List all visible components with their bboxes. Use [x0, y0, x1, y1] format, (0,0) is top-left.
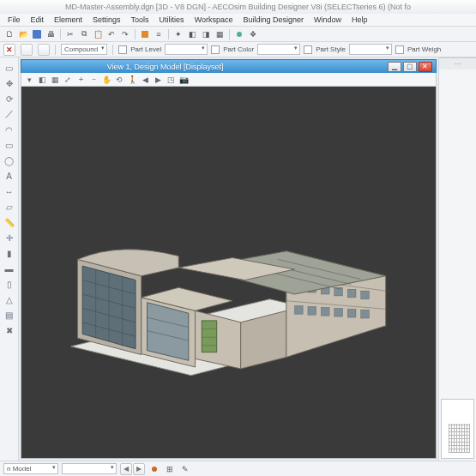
- view-group-combo[interactable]: [62, 463, 117, 474]
- column-tool-icon[interactable]: ▯: [3, 277, 16, 291]
- part-style-check[interactable]: [304, 45, 312, 54]
- mini-viewport-thumbnail[interactable]: [441, 399, 474, 459]
- print-icon[interactable]: 🖶: [45, 28, 57, 40]
- slab-tool-icon[interactable]: ▬: [3, 262, 16, 275]
- separator: [135, 29, 136, 39]
- line-tool-icon[interactable]: ／: [3, 107, 16, 121]
- nav-arrows: ◀ ▶: [120, 463, 145, 475]
- part-style-combo[interactable]: [349, 44, 392, 55]
- menu-utilities[interactable]: Utilities: [155, 15, 189, 25]
- tool-icon[interactable]: ▦: [214, 28, 226, 40]
- menu-settings[interactable]: Settings: [88, 15, 125, 25]
- undo-icon[interactable]: ↶: [105, 28, 117, 40]
- view-window-titlebar[interactable]: View 1, Design Model [Displayset] ▁ ▢ ✕: [21, 59, 437, 73]
- style-icon[interactable]: ≡: [153, 28, 165, 40]
- menu-edit[interactable]: Edit: [27, 15, 49, 25]
- move-tool-icon[interactable]: ✥: [3, 76, 16, 90]
- tool-icon[interactable]: ❖: [247, 28, 259, 40]
- dim-tool-icon[interactable]: ↔: [3, 184, 16, 198]
- redo-icon[interactable]: ↷: [119, 28, 131, 40]
- cut-icon[interactable]: ✂: [64, 28, 76, 40]
- camera-icon[interactable]: 📷: [178, 74, 190, 86]
- open-file-icon[interactable]: 📂: [17, 28, 29, 40]
- next-view-icon[interactable]: ▶: [133, 463, 145, 475]
- delete-tool-icon[interactable]: ✖: [3, 323, 16, 337]
- menu-building-designer[interactable]: Building Designer: [238, 15, 308, 25]
- snap-tool-icon[interactable]: ✛: [3, 231, 16, 244]
- work-area: ▭ ✥ ⟳ ／ ◠ ▭ ◯ A ↔ ▱ 📏 ✛ ▮ ▬ ▯ △ ▤ ✖ View…: [0, 57, 476, 461]
- save-icon[interactable]: [31, 28, 43, 40]
- menu-workspace[interactable]: Workspace: [190, 15, 238, 25]
- tool-icon[interactable]: ◨: [200, 28, 212, 40]
- text-tool-icon[interactable]: A: [3, 169, 16, 183]
- titlebar: MD-Master-Assembly.dgn [3D - V8 DGN] - A…: [0, 0, 476, 14]
- rotate-tool-icon[interactable]: ⟳: [3, 92, 16, 105]
- rect-tool-icon[interactable]: ▭: [3, 138, 16, 152]
- tool-icon[interactable]: ◧: [186, 28, 198, 40]
- menu-help[interactable]: Help: [347, 15, 372, 25]
- paste-icon[interactable]: 📋: [92, 28, 104, 40]
- view-next-icon[interactable]: ▶: [152, 74, 164, 86]
- wireframe-icon[interactable]: ▦: [49, 74, 61, 86]
- rotate-view-icon[interactable]: ⟲: [113, 74, 125, 86]
- view-prev-icon[interactable]: ◀: [139, 74, 151, 86]
- part-color-check[interactable]: [211, 45, 220, 54]
- svg-rect-35: [361, 310, 370, 319]
- zoom-in-icon[interactable]: ＋: [75, 74, 87, 86]
- view-maximize-icon[interactable]: ▢: [403, 62, 417, 72]
- part-level-combo[interactable]: [165, 44, 208, 55]
- color-icon[interactable]: [139, 28, 151, 40]
- view-attr-icon[interactable]: ▾: [23, 74, 35, 86]
- panel-tab[interactable]: ⋯: [439, 57, 476, 69]
- compound-combo[interactable]: Compound: [61, 44, 107, 55]
- display-style-icon[interactable]: ◧: [36, 74, 48, 86]
- separator: [229, 29, 230, 39]
- 3d-viewport[interactable]: [21, 87, 437, 459]
- clip-volume-icon[interactable]: ◳: [165, 74, 177, 86]
- svg-rect-32: [322, 308, 330, 316]
- separator: [55, 45, 56, 55]
- zoom-out-icon[interactable]: －: [87, 74, 99, 86]
- parts-ribbon: ✕ Compound Part Level Part Color Part St…: [0, 42, 476, 57]
- measure-tool-icon[interactable]: 📏: [3, 215, 16, 229]
- new-file-icon[interactable]: 🗋: [3, 28, 15, 40]
- arc-tool-icon[interactable]: ◠: [3, 123, 16, 136]
- menu-file[interactable]: File: [3, 15, 25, 25]
- status-icon[interactable]: ✎: [179, 463, 191, 475]
- prev-view-icon[interactable]: ◀: [120, 463, 132, 475]
- circle-tool-icon[interactable]: ◯: [3, 154, 16, 167]
- menubar: File Edit Element Settings Tools Utiliti…: [0, 14, 476, 27]
- svg-rect-29: [361, 291, 370, 299]
- model-combo[interactable]: n Model: [3, 463, 58, 474]
- copy-icon[interactable]: ⧉: [78, 28, 90, 40]
- menu-element[interactable]: Element: [50, 15, 87, 25]
- status-icon[interactable]: ⊞: [164, 463, 176, 475]
- fit-view-icon[interactable]: ⤢: [62, 74, 74, 86]
- roof-tool-icon[interactable]: △: [3, 292, 16, 306]
- menu-window[interactable]: Window: [310, 15, 346, 25]
- part-color-combo[interactable]: [257, 44, 300, 55]
- fence-tool-icon[interactable]: ▱: [3, 200, 16, 214]
- close-palette-icon[interactable]: ✕: [3, 44, 15, 56]
- part-weight-label: Part Weigh: [407, 45, 441, 53]
- menu-tools[interactable]: Tools: [127, 15, 154, 25]
- palette-button[interactable]: [38, 44, 50, 56]
- view-close-icon[interactable]: ✕: [419, 62, 432, 72]
- tool-icon[interactable]: [233, 28, 245, 40]
- right-panel: ⋯: [438, 57, 476, 461]
- view-minimize-icon[interactable]: ▁: [388, 62, 401, 72]
- part-weight-check[interactable]: [395, 45, 404, 54]
- pan-icon[interactable]: ✋: [100, 74, 112, 86]
- part-level-check[interactable]: [118, 45, 127, 54]
- wall-tool-icon[interactable]: ▮: [3, 246, 16, 260]
- svg-rect-34: [348, 310, 357, 318]
- stair-tool-icon[interactable]: ▤: [3, 308, 16, 322]
- palette-button[interactable]: [21, 44, 33, 56]
- status-icon[interactable]: [148, 463, 160, 475]
- walk-icon[interactable]: 🚶: [126, 74, 138, 86]
- select-tool-icon[interactable]: ▭: [3, 61, 16, 75]
- tool-icon[interactable]: ✦: [172, 28, 184, 40]
- svg-rect-33: [334, 309, 343, 317]
- app-root: MD-Master-Assembly.dgn [3D - V8 DGN] - A…: [0, 0, 476, 476]
- view-window-title: View 1, Design Model [Displayset]: [107, 63, 224, 71]
